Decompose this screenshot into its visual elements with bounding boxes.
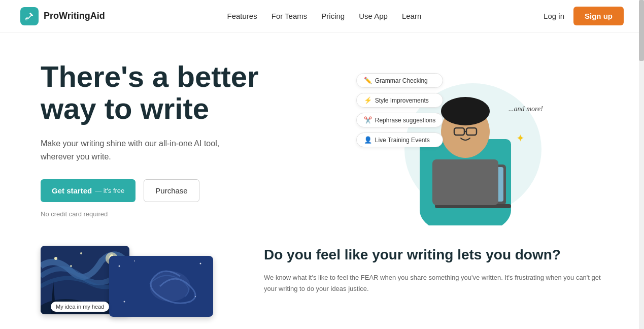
nav-pricing[interactable]: Pricing: [321, 12, 345, 20]
hero-left: There's a better way to write Make your …: [41, 60, 322, 218]
svg-point-28: [195, 296, 196, 297]
logo-icon: [20, 7, 39, 25]
nav-use-app[interactable]: Use App: [359, 12, 388, 20]
nav-links: Features For Teams Pricing Use App Learn: [227, 12, 422, 20]
svg-point-26: [134, 260, 135, 261]
svg-point-27: [200, 263, 201, 265]
feature-tags: ✏️ Grammar Checking ⚡ Style Improvements…: [356, 73, 443, 147]
svg-point-5: [441, 97, 490, 125]
tag-training: 👤 Live Training Events: [356, 133, 443, 147]
nav-actions: Log in Sign up: [544, 7, 624, 25]
section2-title: Do you feel like your writing lets you d…: [264, 246, 603, 264]
image-card-2: [109, 256, 213, 317]
svg-text:✦: ✦: [516, 133, 525, 144]
logo-text: ProWritingAid: [44, 11, 105, 21]
hero-section: There's a better way to write Make your …: [0, 32, 644, 236]
grammar-icon: ✏️: [364, 77, 372, 84]
purchase-button[interactable]: Purchase: [144, 179, 199, 202]
tag-rephrase: ✂️ Rephrase suggestions: [356, 113, 443, 127]
nav-learn[interactable]: Learn: [402, 12, 421, 20]
my-idea-badge: My idea in my head: [51, 302, 109, 312]
hero-right: ...and more! ✦ ✏️ Grammar Checking ⚡ Sty…: [322, 53, 604, 225]
svg-point-29: [124, 301, 125, 303]
logo[interactable]: ProWritingAid: [20, 7, 105, 25]
section2-right: Do you feel like your writing lets you d…: [264, 236, 603, 329]
svg-text:...and more!: ...and more!: [509, 105, 543, 113]
section2-images: My idea in my head: [41, 236, 233, 329]
nav-for-teams[interactable]: For Teams: [272, 12, 308, 20]
hero-subtitle: Make your writing shine with our all-in-…: [41, 137, 223, 163]
get-started-label: Get started: [52, 186, 92, 195]
nav-features[interactable]: Features: [227, 12, 257, 20]
svg-point-16: [54, 257, 57, 260]
get-started-button[interactable]: Get started — it's free: [41, 179, 135, 202]
svg-point-17: [80, 252, 82, 254]
svg-point-19: [70, 265, 72, 267]
tag-style: ⚡ Style Improvements: [356, 93, 443, 108]
training-icon: 👤: [364, 136, 372, 144]
section2-body: We know what it's like to feel the FEAR …: [264, 272, 603, 294]
no-credit-card-text: No credit card required: [41, 210, 322, 218]
svg-point-30: [150, 271, 190, 302]
tag-grammar: ✏️ Grammar Checking: [356, 73, 443, 88]
rephrase-icon: ✂️: [364, 116, 372, 124]
free-label: — it's free: [95, 187, 124, 194]
scrollbar-thumb[interactable]: [639, 0, 644, 61]
svg-rect-0: [25, 18, 28, 20]
section2: My idea in my head Do you feel like your…: [0, 236, 644, 329]
login-link[interactable]: Log in: [544, 12, 564, 20]
style-icon: ⚡: [364, 96, 372, 104]
hero-title: There's a better way to write: [41, 60, 322, 125]
svg-point-25: [119, 266, 120, 267]
scrollbar-track[interactable]: [639, 0, 644, 329]
hero-buttons: Get started — it's free Purchase: [41, 179, 322, 202]
signup-button[interactable]: Sign up: [573, 7, 624, 25]
svg-rect-12: [432, 159, 498, 205]
navbar: ProWritingAid Features For Teams Pricing…: [0, 0, 644, 32]
hero-illustration: ...and more! ✦ ✏️ Grammar Checking ⚡ Sty…: [361, 53, 564, 225]
